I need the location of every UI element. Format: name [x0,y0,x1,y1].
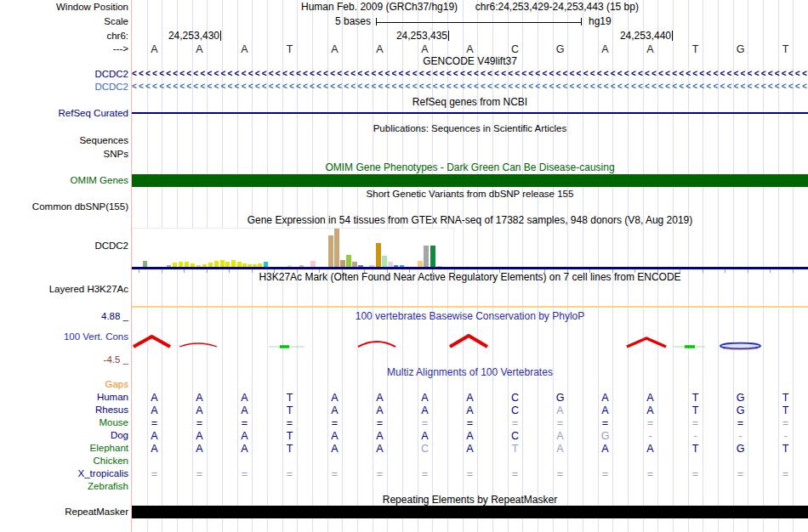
gtex-baseline [132,267,808,269]
multiz-base: A [177,443,222,456]
species-label-mouse[interactable]: Mouse [0,417,128,428]
multiz-base: = [538,468,583,481]
multiz-base: = [132,417,177,430]
multiz-base: = [447,468,492,481]
species-label-chicken[interactable]: Chicken [0,456,128,467]
phylop-title: 100 vertebrates Basewise Conservation by… [132,311,808,322]
multiz-base: A [583,392,628,405]
base-letter: A [628,43,673,55]
gtex-expression-bar[interactable] [346,255,351,267]
species-label-zebrafish[interactable]: Zebrafish [0,481,128,492]
assembly-short: hg19 [589,16,612,27]
position-range-title: chr6:24,253,429-24,253,443 (15 bp) [475,1,639,13]
track-label-snps[interactable]: SNPs [0,149,128,160]
multiz-base: G [583,430,628,443]
species-label-elephant[interactable]: Elephant [0,443,128,454]
multiz-base: - [628,430,673,443]
gtex-expression-bar[interactable] [382,256,387,267]
gtex-expression-bar[interactable] [231,260,236,267]
gtex-expression-bar[interactable] [376,243,381,267]
repeatmasker-bar[interactable] [132,506,808,518]
base-letter: T [267,43,312,55]
refseq-gene-line[interactable] [132,112,808,114]
base-letter: A [222,43,267,55]
gtex-expression-bar[interactable] [328,235,333,267]
strand-arrow-label: ---> [0,43,128,54]
multiz-base: A [312,443,357,456]
coordinate-text: 24,253,430 [168,30,219,42]
gencode-gene-dcdc2-1[interactable]: <<<<<<<<<<<<<<<<<<<<<<<<<<<<<<<<<<<<<<<<… [132,69,808,80]
track-label-common-dbsnp[interactable]: Common dbSNP(155) [0,201,128,212]
multiz-base: C [402,443,447,456]
multiz-base: A [402,405,447,417]
base-letter: G [718,43,763,55]
gtex-expression-bar[interactable] [334,229,339,267]
base-sequence-row: AAATAAAACGAATGT [132,43,808,55]
multiz-base: = [718,468,763,481]
species-label-dog[interactable]: Dog [0,430,128,441]
multiz-base: A [447,443,492,456]
base-letter: T [673,43,718,55]
base-letter: A [177,43,222,55]
assembly-title: Human Feb. 2009 (GRCh37/hg19) [301,1,458,13]
multiz-base: G [718,405,763,417]
multiz-base: A [538,443,583,456]
track-label-sequences[interactable]: Sequences [0,135,128,146]
track-label-repeatmasker[interactable]: RepeatMasker [0,507,128,518]
base-letter: A [583,43,628,55]
multiz-base: T [763,405,808,417]
gtex-expression-bar[interactable] [424,246,429,267]
species-label-gaps[interactable]: Gaps [0,379,128,390]
gtex-expression-bar[interactable] [430,246,435,267]
multiz-base: = [763,468,808,481]
omim-gene-bar[interactable] [132,174,808,187]
gtex-expression-bar[interactable] [310,261,316,267]
multiz-base: A [538,405,583,417]
track-label-refseq-curated[interactable]: RefSeq Curated [0,108,128,119]
multiz-base: A [177,405,222,417]
multiz-base: = [402,417,447,430]
multiz-base: A [628,392,673,405]
track-label-layered-h3k27ac[interactable]: Layered H3K27Ac [0,284,128,295]
species-label-rhesus[interactable]: Rhesus [0,405,128,416]
gtex-expression-bar[interactable] [340,260,345,267]
gtex-expression-bar[interactable] [220,260,225,267]
phylop-conservation-plot[interactable] [132,323,808,365]
multiz-base: = [673,417,718,430]
coordinate-text: 24,253,440 [620,30,671,42]
gtex-expression-bar[interactable] [214,261,219,267]
gencode-title: GENCODE V49lift37 [132,56,808,67]
track-label-100-vert-cons[interactable]: 100 Vert. Cons [0,331,128,342]
multiz-base: T [492,443,538,456]
track-label-omim-genes[interactable]: OMIM Genes [0,175,128,186]
gtex-expression-bar[interactable] [418,261,423,267]
multiz-base: T [267,405,312,417]
multiz-base: A [357,443,402,456]
multiz-base: = [583,468,628,481]
multiz-row-elephant: AAATAACATAAATGT [132,443,808,456]
multiz-base: = [538,417,583,430]
track-label-gtex-dcdc2[interactable]: DCDC2 [0,241,128,252]
multiz-base: = [267,417,312,430]
track-label-dcdc2-gencode-2[interactable]: DCDC2 [0,82,128,93]
multiz-base: = [222,417,267,430]
refseq-title: RefSeq genes from NCBI [132,97,808,108]
species-label-x_tropicalis[interactable]: X_tropicalis [0,468,128,479]
coordinate-label: 24,253,440 [571,31,673,42]
multiz-base: C [492,405,538,417]
gtex-expression-bar[interactable] [143,261,147,267]
gencode-gene-dcdc2-2[interactable]: <<<<<<<<<<<<<<<<<<<<<<<<<<<<<<<<<<<<<<<<… [132,82,808,93]
multiz-base: T [763,443,808,456]
multiz-base: = [492,468,538,481]
species-label-human[interactable]: Human [0,392,128,403]
scale-label: Scale [0,16,128,27]
window-position-title: Human Feb. 2009 (GRCh37/hg19) chr6:24,25… [132,2,808,13]
scale-value: 5 bases [132,16,371,27]
multiz-base: A [312,430,357,443]
h3k27ac-baseline [132,306,808,308]
multiz-base: - [763,430,808,443]
multiz-base: A [447,405,492,417]
multiz-base: A [447,430,492,443]
multiz-base: A [357,430,402,443]
track-label-dcdc2-gencode-1[interactable]: DCDC2 [0,69,128,80]
